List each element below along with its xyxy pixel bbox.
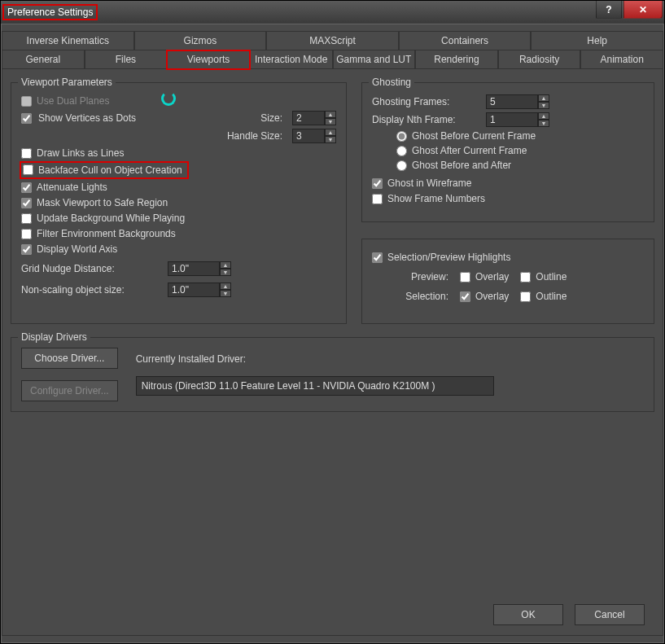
spin-down-icon[interactable]: ▼ <box>538 102 549 109</box>
handle-size-input[interactable] <box>292 129 325 143</box>
preview-outline-label[interactable]: Outline <box>536 271 567 283</box>
cancel-button[interactable]: Cancel <box>575 604 645 625</box>
filter-env-label[interactable]: Filter Environment Backgrounds <box>37 228 176 239</box>
size-input[interactable] <box>292 111 325 125</box>
preview-outline-checkbox[interactable] <box>520 272 531 283</box>
spin-down-icon[interactable]: ▼ <box>325 136 336 143</box>
backface-cull-label[interactable]: Backface Cull on Object Creation <box>38 164 182 176</box>
tab-rendering[interactable]: Rendering <box>415 50 498 69</box>
installed-driver-label: Currently Installed Driver: <box>136 353 644 365</box>
tab-gamma-and-lut[interactable]: Gamma and LUT <box>333 50 416 69</box>
tab-viewports[interactable]: Viewports <box>167 50 250 69</box>
grid-nudge-spinner[interactable]: ▲▼ <box>168 261 231 276</box>
size-spinner[interactable]: ▲▼ <box>292 111 336 125</box>
ghost-both-label[interactable]: Ghost Before and After <box>412 160 511 171</box>
titlebar: Preference Settings ? ✕ <box>1 1 664 24</box>
tab-maxscript[interactable]: MAXScript <box>266 31 399 50</box>
tab-interaction-mode[interactable]: Interaction Mode <box>250 50 333 69</box>
help-button[interactable]: ? <box>596 1 622 19</box>
installed-driver-field <box>136 376 494 396</box>
ghost-both-radio[interactable] <box>396 160 407 171</box>
nonscale-input[interactable] <box>168 283 220 297</box>
ghost-after-radio[interactable] <box>396 146 407 156</box>
use-dual-planes-checkbox <box>21 96 32 107</box>
tab-help[interactable]: Help <box>531 31 663 50</box>
nth-frame-spinner[interactable]: ▲▼ <box>486 112 549 127</box>
show-frame-numbers-checkbox[interactable] <box>372 194 383 204</box>
tab-radiosity[interactable]: Radiosity <box>498 50 581 69</box>
backface-highlight: Backface Cull on Object Creation <box>21 163 187 177</box>
selection-outline-checkbox[interactable] <box>520 291 531 302</box>
tab-files[interactable]: Files <box>85 50 168 69</box>
attenuate-checkbox[interactable] <box>21 182 32 193</box>
grid-nudge-input[interactable] <box>168 261 220 276</box>
show-vertices-label[interactable]: Show Vertices as Dots <box>38 112 254 124</box>
ghost-after-label[interactable]: Ghost After Current Frame <box>412 145 527 156</box>
ghost-before-label[interactable]: Ghost Before Current Frame <box>412 130 536 142</box>
close-button[interactable]: ✕ <box>623 1 663 19</box>
handle-size-spinner[interactable]: ▲▼ <box>292 129 336 143</box>
attenuate-label[interactable]: Attenuate Lights <box>37 182 107 193</box>
selection-group: Selection/Preview Highlights Preview: Ov… <box>361 239 654 324</box>
spin-up-icon[interactable]: ▲ <box>538 112 549 120</box>
dialog-footer: OK Cancel <box>11 598 654 627</box>
backface-cull-checkbox[interactable] <box>23 164 33 175</box>
tab-animation[interactable]: Animation <box>580 50 663 69</box>
draw-links-checkbox[interactable] <box>21 148 32 159</box>
spin-up-icon[interactable]: ▲ <box>325 111 336 118</box>
nth-frame-label: Display Nth Frame: <box>372 114 486 125</box>
preview-label: Preview: <box>392 271 448 283</box>
preview-overlay-label[interactable]: Overlay <box>475 271 509 283</box>
tab-general[interactable]: General <box>2 50 85 69</box>
tab-body: Viewport Parameters Use Dual Planes Show… <box>2 69 663 636</box>
display-axis-checkbox[interactable] <box>21 244 32 255</box>
show-frame-numbers-label[interactable]: Show Frame Numbers <box>387 193 485 204</box>
spin-down-icon[interactable]: ▼ <box>325 118 336 125</box>
update-bg-label[interactable]: Update Background While Playing <box>37 212 185 224</box>
mask-checkbox[interactable] <box>21 198 32 208</box>
filter-env-checkbox[interactable] <box>21 229 32 239</box>
viewport-parameters-group: Viewport Parameters Use Dual Planes Show… <box>11 82 347 324</box>
content-area: Inverse KinematicsGizmosMAXScriptContain… <box>1 24 664 643</box>
ghost-wire-checkbox[interactable] <box>372 178 383 189</box>
handle-size-label: Handle Size: <box>39 130 286 142</box>
ghost-wire-label[interactable]: Ghost in Wireframe <box>387 177 471 189</box>
display-axis-label[interactable]: Display World Axis <box>37 243 117 255</box>
spin-down-icon[interactable]: ▼ <box>220 269 231 276</box>
spin-down-icon[interactable]: ▼ <box>538 120 549 127</box>
spin-up-icon[interactable]: ▲ <box>220 261 231 269</box>
selection-overlay-label[interactable]: Overlay <box>475 291 509 302</box>
ghosting-group: Ghosting Ghosting Frames: ▲▼ Display Nth… <box>361 82 654 222</box>
selection-highlights-label[interactable]: Selection/Preview Highlights <box>387 252 510 263</box>
preview-overlay-checkbox[interactable] <box>460 272 470 283</box>
tab-containers[interactable]: Containers <box>399 31 532 50</box>
display-drivers-group: Display Drivers Choose Driver... Configu… <box>11 337 654 412</box>
show-vertices-checkbox[interactable] <box>21 113 32 124</box>
nth-frame-input[interactable] <box>486 112 538 127</box>
selection-label: Selection: <box>392 291 448 302</box>
ghost-frames-input[interactable] <box>486 94 538 109</box>
ghost-before-radio[interactable] <box>396 131 407 142</box>
size-label: Size: <box>260 112 286 124</box>
spin-up-icon[interactable]: ▲ <box>220 283 231 290</box>
spin-up-icon[interactable]: ▲ <box>325 129 336 136</box>
nonscale-spinner[interactable]: ▲▼ <box>168 283 231 297</box>
tab-gizmos[interactable]: Gizmos <box>134 31 267 50</box>
use-dual-planes-label: Use Dual Planes <box>37 95 109 107</box>
choose-driver-button[interactable]: Choose Driver... <box>21 348 118 369</box>
loading-cursor-icon <box>161 91 176 106</box>
selection-outline-label[interactable]: Outline <box>536 291 567 302</box>
mask-label[interactable]: Mask Viewport to Safe Region <box>37 197 168 208</box>
group-title: Ghosting <box>369 77 414 88</box>
selection-overlay-checkbox[interactable] <box>460 291 470 302</box>
ghost-frames-spinner[interactable]: ▲▼ <box>486 94 549 109</box>
tab-inverse-kinematics[interactable]: Inverse Kinematics <box>2 31 134 50</box>
spin-down-icon[interactable]: ▼ <box>220 290 231 297</box>
spin-up-icon[interactable]: ▲ <box>538 94 549 102</box>
selection-highlights-checkbox[interactable] <box>372 252 383 263</box>
update-bg-checkbox[interactable] <box>21 213 32 224</box>
grid-nudge-label: Grid Nudge Distance: <box>21 263 168 274</box>
window-title: Preference Settings <box>2 4 98 20</box>
draw-links-label[interactable]: Draw Links as Lines <box>37 147 124 159</box>
ok-button[interactable]: OK <box>493 604 563 625</box>
